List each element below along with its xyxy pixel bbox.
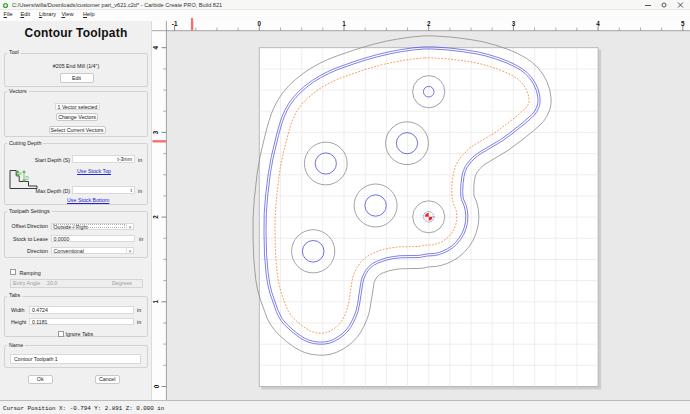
svg-text:s: s (19, 171, 22, 176)
svg-text:0: 0 (258, 21, 262, 27)
svg-text:D: D (25, 176, 29, 181)
svg-text:2: 2 (153, 215, 160, 219)
svg-text:-1: -1 (172, 21, 178, 27)
svg-text:1: 1 (153, 300, 160, 304)
svg-text:3: 3 (153, 130, 160, 134)
svg-text:1: 1 (342, 21, 346, 27)
svg-text:4: 4 (596, 21, 600, 27)
svg-text:0: 0 (153, 384, 160, 388)
svg-text:4: 4 (153, 45, 160, 49)
svg-text:2: 2 (427, 21, 431, 27)
svg-text:5: 5 (681, 21, 685, 27)
svg-text:3: 3 (512, 21, 516, 27)
